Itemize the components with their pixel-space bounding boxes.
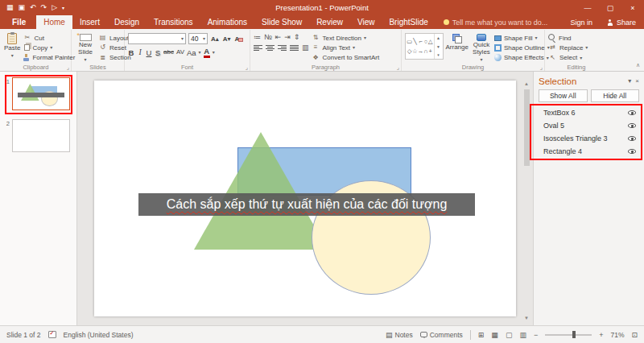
align-right-icon[interactable] [278,44,287,52]
qat-dropdown-icon[interactable]: ▾ [62,6,64,10]
font-color-button[interactable]: A [204,47,210,58]
eye-icon[interactable] [628,110,636,115]
minimize-button[interactable]: — [576,0,599,15]
shape-star-icon[interactable]: ☆ [412,48,418,55]
save-icon[interactable]: ▣ [19,4,26,11]
sign-in-button[interactable]: Sign in [564,15,599,29]
scrollbar-thumb[interactable] [524,89,530,166]
character-spacing-button[interactable]: AV [176,48,184,56]
shape-arc-icon[interactable]: ∩ [423,48,427,55]
change-case-button[interactable]: Aa [187,48,196,57]
slide-canvas[interactable]: Cách sắp xếp thứ tự xuất hiện của các đố… [94,81,516,316]
zoom-slider-thumb[interactable] [572,331,576,338]
decrease-indent-icon[interactable]: ⇤ [275,34,282,41]
grow-font-button[interactable]: A▴ [210,35,220,43]
tab-design[interactable]: Design [107,15,147,29]
eye-icon[interactable] [628,136,636,141]
zoom-in-icon[interactable]: + [599,331,603,339]
tab-file[interactable]: File [2,15,36,29]
selection-item-isosceles-triangle-3[interactable]: Isosceles Triangle 3 [539,132,639,145]
pane-options-icon[interactable]: ▾ [628,77,631,85]
shape-elbow-icon[interactable]: ⌐ [419,39,422,45]
vertical-scrollbar[interactable]: ▲ ▼ [522,81,531,320]
customize-qat-icon[interactable]: ▦ [6,4,14,11]
shape-plus-icon[interactable]: + [428,48,431,55]
select-button[interactable]: ↖ Select ▾ [548,54,588,62]
shape-fill-button[interactable]: Shape Fill ▾ [494,34,550,42]
underline-button[interactable]: U [146,48,152,57]
font-name-combobox[interactable]: ▾ [128,33,186,44]
align-left-icon[interactable] [254,44,262,52]
comments-button[interactable]: Comments [420,331,463,339]
strikethrough-button[interactable]: abc [163,48,174,56]
eye-icon[interactable] [628,123,636,128]
scrollbar-track[interactable] [522,88,531,314]
shape-effects-button[interactable]: Shape Effects ▾ [494,54,550,62]
shape-outline-button[interactable]: Shape Outline ▾ [494,43,550,52]
font-dialog-launcher-icon[interactable]: ⌟ [246,64,248,70]
tab-insert[interactable]: Insert [72,15,107,29]
selection-item-textbox-6[interactable]: TextBox 6 [539,106,639,119]
replace-button[interactable]: ⇄ Replace ▾ [548,43,588,52]
share-button[interactable]: Share [599,15,644,29]
tab-brightslide[interactable]: BrightSlide [382,15,435,29]
new-slide-button[interactable]: New Slide ▾ [75,31,96,62]
collapse-ribbon-icon[interactable]: ∧ [636,62,640,68]
scroll-down-icon[interactable]: ▼ [524,316,529,320]
format-painter-button[interactable]: Format Painter [23,54,75,62]
align-center-icon[interactable] [266,44,275,52]
paragraph-dialog-launcher-icon[interactable]: ⌟ [397,64,399,70]
selection-item-rectangle-4[interactable]: Rectangle 4 [539,145,639,158]
shrink-font-button[interactable]: A▾ [222,35,232,43]
quick-styles-button[interactable]: Quick Styles ▾ [471,31,492,62]
undo-icon[interactable]: ↶ [30,4,36,11]
scroll-up-icon[interactable]: ▲ [524,81,529,86]
shape-rectangle-icon[interactable]: ▭ [407,39,412,45]
slide-counter[interactable]: Slide 1 of 2 [6,331,41,339]
zoom-out-icon[interactable]: − [534,331,538,339]
tab-slide-show[interactable]: Slide Show [254,15,309,29]
slide-2-thumbnail[interactable] [12,119,70,152]
zoom-level[interactable]: 71% [610,331,624,339]
spell-check-icon[interactable] [48,331,56,338]
slide-1-thumbnail[interactable] [12,77,70,110]
slide-sorter-view-icon[interactable]: ▦ [491,331,498,339]
normal-view-icon[interactable]: ⊞ [478,331,485,339]
start-slideshow-icon[interactable]: ▷ [52,4,57,11]
tab-transitions[interactable]: Transitions [147,15,200,29]
font-size-combobox[interactable]: 40 ▾ [188,33,208,44]
pane-close-icon[interactable]: × [635,77,639,85]
paste-button[interactable]: Paste ▾ [4,31,20,62]
find-button[interactable]: Find [548,34,588,42]
convert-to-smartart-button[interactable]: ❖ Convert to SmartArt [312,54,380,62]
clipboard-dialog-launcher-icon[interactable]: ⌟ [67,64,69,70]
shape-gallery[interactable]: ▭ ╲ ⌐ ○ △ ◇ ☆ → ∩ + ▲ ▼ ▾ [405,33,444,60]
selection-item-oval-5[interactable]: Oval 5 [539,119,639,132]
reading-view-icon[interactable]: ▢ [506,331,513,339]
shape-triangle-icon[interactable]: △ [428,39,433,45]
align-text-button[interactable]: ≡ Align Text ▾ [312,43,380,52]
line-spacing-icon[interactable]: ⇕ [294,34,300,41]
shape-line-icon[interactable]: ╲ [413,39,417,45]
slideshow-view-icon[interactable]: ▥ [519,331,526,339]
bullets-icon[interactable]: ≔ [254,34,261,41]
cut-button[interactable]: ✂ Cut [23,34,75,42]
numbering-icon[interactable]: № [264,34,272,41]
shape-diamond-icon[interactable]: ◇ [407,48,412,55]
increase-indent-icon[interactable]: ⇥ [284,34,291,41]
zoom-slider[interactable] [545,334,592,336]
gallery-scroll-up-icon[interactable]: ▲ [436,35,440,40]
arrange-button[interactable]: Arrange [446,31,469,62]
title-textbox[interactable]: Cách sắp xếp thứ tự xuất hiện của các đố… [138,193,475,216]
text-direction-button[interactable]: ⇅ Text Direction ▾ [312,34,380,42]
tab-animations[interactable]: Animations [200,15,254,29]
bold-button[interactable]: B [128,48,134,57]
columns-icon[interactable]: ▥ [302,44,309,52]
show-all-button[interactable]: Show All [539,89,588,102]
tab-view[interactable]: View [350,15,382,29]
tell-me-box[interactable]: Tell me what you want to do... [444,15,548,29]
fit-to-window-icon[interactable]: ⊡ [631,331,638,339]
notes-button[interactable]: ▤ Notes [386,331,413,339]
language-indicator[interactable]: English (United States) [64,331,134,339]
drawing-dialog-launcher-icon[interactable]: ⌟ [540,64,543,70]
